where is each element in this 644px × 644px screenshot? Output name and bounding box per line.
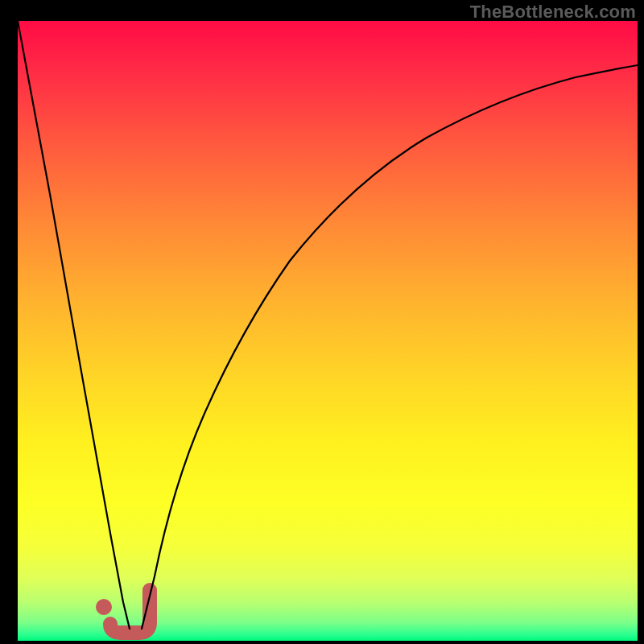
j-marker-dot-icon (96, 599, 112, 615)
plot-area (18, 21, 638, 641)
curve-left-branch (18, 21, 130, 629)
curve-layer (18, 21, 638, 641)
curve-right-branch (142, 65, 638, 629)
j-marker-icon (110, 590, 150, 633)
chart-frame: TheBottleneck.com (0, 0, 644, 644)
watermark-text: TheBottleneck.com (470, 2, 636, 23)
